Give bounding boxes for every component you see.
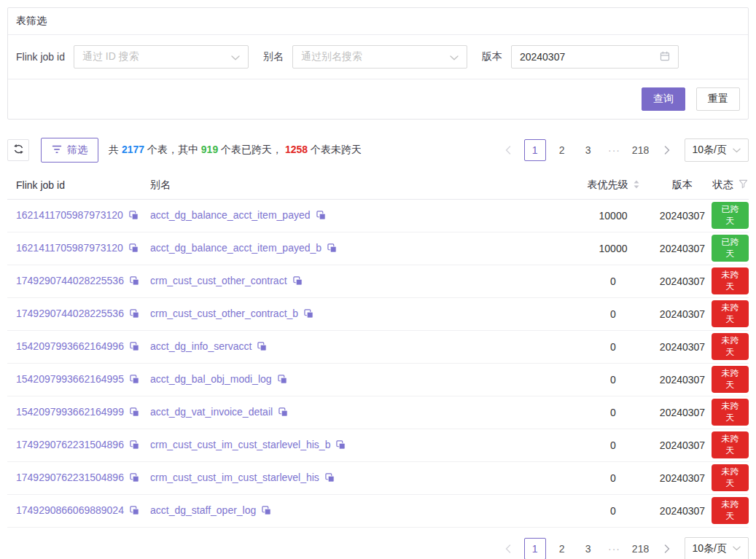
job-id-link[interactable]: 1621411705987973120 [16, 209, 123, 221]
alias-label: 别名 [263, 50, 284, 63]
priority-header-label: 表优先级 [588, 179, 628, 192]
sort-icon[interactable] [634, 179, 639, 191]
prev-page-button[interactable] [498, 139, 518, 161]
prev-page-button[interactable] [498, 538, 518, 559]
page-button-1[interactable]: 1 [524, 139, 546, 161]
copy-icon[interactable] [130, 473, 139, 485]
copy-icon[interactable] [278, 375, 287, 386]
summary-prefix: 共 [109, 144, 122, 155]
job-id-link[interactable]: 1542097993662164996 [16, 340, 124, 352]
page-button-3[interactable]: 3 [578, 139, 599, 161]
priority-cell: 0 [573, 396, 653, 429]
status-badge: 未跨天 [712, 300, 749, 327]
alias-link[interactable]: crm_cust_cust_other_contract_b [150, 308, 298, 319]
col-header-status: 状态 [712, 171, 749, 199]
copy-icon[interactable] [304, 309, 313, 321]
priority-cell: 0 [573, 461, 653, 494]
priority-cell: 0 [573, 330, 653, 363]
pagination: 123···218 [492, 139, 677, 161]
alias-link[interactable]: acct_dg_bal_obj_modi_log [150, 373, 272, 385]
copy-icon[interactable] [325, 473, 335, 485]
version-cell: 20240307 [653, 494, 712, 527]
page-button-218[interactable]: 218 [631, 538, 651, 559]
query-button[interactable]: 查询 [642, 87, 685, 111]
job-id-link[interactable]: 1542097993662164995 [16, 373, 124, 385]
copy-icon[interactable] [130, 375, 139, 386]
table-row: 1749290866069889024acct_dg_staff_oper_lo… [7, 494, 749, 527]
filter-panel: 表筛选 Flink job id 通过 ID 搜索 别名 通过别名搜索 [7, 7, 749, 120]
job-id-link[interactable]: 1749290744028225536 [16, 308, 124, 319]
copy-icon[interactable] [262, 506, 271, 517]
alias-link[interactable]: acct_dg_staff_oper_log [150, 504, 256, 516]
job-id-link[interactable]: 1749290762231504896 [16, 472, 124, 483]
page-button-218[interactable]: 218 [631, 139, 651, 161]
page-size-select[interactable]: 10条/页 [685, 138, 749, 162]
page-ellipsis: ··· [604, 139, 625, 161]
funnel-filter-icon[interactable] [739, 179, 748, 191]
chevron-down-icon [450, 51, 459, 63]
table-row: 1749290744028225536crm_cust_cust_other_c… [7, 297, 749, 330]
page-button-3[interactable]: 3 [578, 538, 599, 559]
alias-link[interactable]: crm_cust_cust_im_cust_starlevel_his_b [150, 439, 330, 450]
tables-table: Flink job id 别名 表优先级 版本 [7, 171, 749, 528]
refresh-button[interactable] [7, 139, 29, 161]
alias-placeholder: 通过别名搜索 [301, 50, 362, 63]
job-id-link[interactable]: 1749290762231504896 [16, 439, 124, 450]
copy-icon[interactable] [130, 407, 139, 419]
page-button-2[interactable]: 2 [552, 139, 572, 161]
job-id-select[interactable]: 通过 ID 搜索 [74, 45, 249, 69]
filter-lines-icon [52, 144, 62, 156]
page-button-1[interactable]: 1 [524, 538, 546, 559]
status-badge: 未跨天 [712, 464, 749, 491]
copy-icon[interactable] [130, 506, 139, 517]
copy-icon[interactable] [278, 407, 288, 419]
copy-icon[interactable] [293, 276, 303, 288]
table-row: 1621411705987973120acct_dg_balance_acct_… [7, 232, 749, 265]
alias-link[interactable]: crm_cust_cust_im_cust_starlevel_his [150, 472, 319, 483]
next-page-button[interactable] [657, 538, 677, 559]
page-size-select[interactable]: 10条/页 [685, 537, 749, 559]
summary-not-crossed-count: 1258 [285, 144, 308, 155]
summary-text: 共 2177 个表，其中 919 个表已跨天， 1258 个表未跨天 [109, 144, 362, 157]
copy-icon[interactable] [316, 211, 326, 222]
pagination: 123···218 [492, 538, 677, 559]
reset-button[interactable]: 重置 [696, 87, 740, 111]
next-page-button[interactable] [657, 139, 677, 161]
alias-link[interactable]: acct_dg_info_servacct [150, 340, 252, 352]
copy-icon[interactable] [130, 342, 139, 353]
table-row: 1542097993662164999acct_dg_vat_invoice_d… [7, 396, 749, 429]
alias-link[interactable]: crm_cust_cust_other_contract [150, 275, 287, 286]
filter-toggle-button[interactable]: 筛选 [41, 138, 98, 163]
job-id-link[interactable]: 1621411705987973120 [16, 242, 123, 254]
copy-icon[interactable] [336, 440, 346, 452]
copy-icon[interactable] [130, 440, 139, 452]
job-id-link[interactable]: 1749290744028225536 [16, 275, 124, 286]
calendar-icon [660, 51, 670, 63]
alias-link[interactable]: acct_dg_balance_acct_item_payed [150, 209, 311, 221]
status-header-label: 状态 [713, 179, 733, 192]
copy-icon[interactable] [327, 243, 337, 255]
page-button-2[interactable]: 2 [552, 538, 572, 559]
copy-icon[interactable] [257, 342, 267, 353]
page-size-value: 10条/页 [693, 144, 727, 157]
version-cell: 20240307 [653, 429, 712, 461]
bottom-pagination: 123···218 10条/页 [7, 537, 749, 559]
copy-icon[interactable] [129, 211, 139, 222]
table-row: 1749290762231504896crm_cust_cust_im_cust… [7, 461, 749, 494]
copy-icon[interactable] [130, 276, 139, 288]
priority-cell: 0 [573, 297, 653, 330]
version-field-group: 版本 20240307 [482, 45, 679, 69]
copy-icon[interactable] [129, 243, 139, 255]
chevron-down-icon [733, 148, 741, 153]
job-id-link[interactable]: 1542097993662164999 [16, 406, 124, 418]
alias-select[interactable]: 通过别名搜索 [292, 45, 467, 69]
version-date-input[interactable]: 20240307 [511, 45, 679, 69]
version-cell: 20240307 [653, 297, 712, 330]
page-size-value: 10条/页 [693, 542, 727, 555]
status-badge: 已跨天 [712, 235, 749, 262]
copy-icon[interactable] [130, 309, 139, 321]
version-cell: 20240307 [653, 265, 712, 297]
job-id-link[interactable]: 1749290866069889024 [16, 504, 124, 516]
alias-link[interactable]: acct_dg_balance_acct_item_payed_b [150, 242, 322, 254]
alias-link[interactable]: acct_dg_vat_invoice_detail [150, 406, 273, 418]
